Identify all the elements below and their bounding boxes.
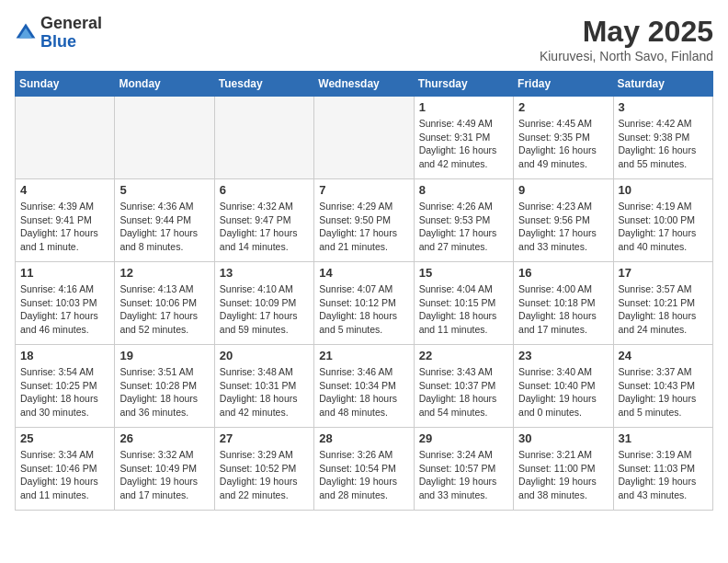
week-row-5: 25Sunrise: 3:34 AM Sunset: 10:46 PM Dayl…: [16, 428, 713, 511]
calendar-cell: 28Sunrise: 3:26 AM Sunset: 10:54 PM Dayl…: [314, 428, 414, 511]
day-info: Sunrise: 3:19 AM Sunset: 11:03 PM Daylig…: [619, 448, 708, 502]
calendar-cell: 27Sunrise: 3:29 AM Sunset: 10:52 PM Dayl…: [214, 428, 313, 511]
day-info: Sunrise: 3:46 AM Sunset: 10:34 PM Daylig…: [319, 365, 408, 419]
calendar-cell: 12Sunrise: 4:13 AM Sunset: 10:06 PM Dayl…: [115, 262, 214, 345]
calendar-cell: 31Sunrise: 3:19 AM Sunset: 11:03 PM Dayl…: [613, 428, 712, 511]
day-info: Sunrise: 4:10 AM Sunset: 10:09 PM Daylig…: [220, 282, 309, 337]
calendar-cell: 21Sunrise: 3:46 AM Sunset: 10:34 PM Dayl…: [314, 345, 414, 428]
calendar-cell: 3Sunrise: 4:42 AM Sunset: 9:38 PM Daylig…: [613, 97, 712, 179]
day-number: 25: [20, 431, 109, 445]
logo-general-text: General: [40, 14, 102, 32]
calendar-cell: 11Sunrise: 4:16 AM Sunset: 10:03 PM Dayl…: [16, 262, 115, 345]
calendar-cell: 15Sunrise: 4:04 AM Sunset: 10:15 PM Dayl…: [414, 262, 513, 345]
day-number: 27: [220, 431, 309, 445]
calendar-cell: 22Sunrise: 3:43 AM Sunset: 10:37 PM Dayl…: [414, 345, 513, 428]
week-row-3: 11Sunrise: 4:16 AM Sunset: 10:03 PM Dayl…: [16, 262, 713, 345]
calendar-cell: 13Sunrise: 4:10 AM Sunset: 10:09 PM Dayl…: [214, 262, 313, 345]
logo-blue-text: Blue: [40, 32, 76, 51]
day-number: 14: [319, 266, 408, 280]
title-block: May 2025 Kiuruvesi, North Savo, Finland: [540, 15, 713, 63]
day-info: Sunrise: 4:16 AM Sunset: 10:03 PM Daylig…: [20, 282, 109, 337]
week-row-1: 1Sunrise: 4:49 AM Sunset: 9:31 PM Daylig…: [16, 97, 713, 179]
page-header: General Blue May 2025 Kiuruvesi, North S…: [15, 15, 713, 63]
day-info: Sunrise: 4:26 AM Sunset: 9:53 PM Dayligh…: [419, 200, 508, 254]
day-info: Sunrise: 3:43 AM Sunset: 10:37 PM Daylig…: [419, 365, 508, 419]
calendar-cell: 6Sunrise: 4:32 AM Sunset: 9:47 PM Daylig…: [214, 179, 313, 262]
calendar-cell: 24Sunrise: 3:37 AM Sunset: 10:43 PM Dayl…: [613, 345, 712, 428]
day-info: Sunrise: 4:42 AM Sunset: 9:38 PM Dayligh…: [619, 117, 708, 171]
day-number: 12: [119, 266, 209, 280]
calendar-cell: [214, 97, 313, 179]
day-number: 19: [119, 349, 209, 362]
calendar-cell: 5Sunrise: 4:36 AM Sunset: 9:44 PM Daylig…: [115, 179, 214, 262]
day-number: 13: [220, 266, 309, 280]
day-info: Sunrise: 4:49 AM Sunset: 9:31 PM Dayligh…: [419, 117, 508, 171]
day-info: Sunrise: 4:13 AM Sunset: 10:06 PM Daylig…: [119, 282, 209, 337]
day-number: 1: [419, 100, 508, 114]
month-title: May 2025: [540, 15, 713, 49]
day-info: Sunrise: 3:32 AM Sunset: 10:49 PM Daylig…: [119, 448, 209, 502]
weekday-header-saturday: Saturday: [613, 72, 712, 97]
day-info: Sunrise: 4:32 AM Sunset: 9:47 PM Dayligh…: [220, 200, 309, 254]
day-info: Sunrise: 4:45 AM Sunset: 9:35 PM Dayligh…: [518, 117, 608, 171]
week-row-4: 18Sunrise: 3:54 AM Sunset: 10:25 PM Dayl…: [16, 345, 713, 428]
calendar-cell: 17Sunrise: 3:57 AM Sunset: 10:21 PM Dayl…: [613, 262, 712, 345]
day-number: 28: [319, 431, 408, 445]
logo-icon: [15, 22, 37, 44]
calendar-cell: [115, 97, 214, 179]
day-number: 29: [419, 431, 508, 445]
day-info: Sunrise: 4:36 AM Sunset: 9:44 PM Dayligh…: [119, 200, 209, 254]
weekday-header-wednesday: Wednesday: [314, 72, 414, 97]
day-number: 4: [20, 183, 109, 197]
day-info: Sunrise: 3:29 AM Sunset: 10:52 PM Daylig…: [220, 448, 309, 502]
calendar-cell: 9Sunrise: 4:23 AM Sunset: 9:56 PM Daylig…: [514, 179, 613, 262]
day-number: 10: [619, 183, 708, 197]
calendar-cell: 2Sunrise: 4:45 AM Sunset: 9:35 PM Daylig…: [514, 97, 613, 179]
week-row-2: 4Sunrise: 4:39 AM Sunset: 9:41 PM Daylig…: [16, 179, 713, 262]
day-number: 20: [220, 349, 309, 362]
calendar-table: SundayMondayTuesdayWednesdayThursdayFrid…: [15, 71, 713, 511]
day-info: Sunrise: 3:40 AM Sunset: 10:40 PM Daylig…: [518, 365, 608, 419]
calendar-cell: 7Sunrise: 4:29 AM Sunset: 9:50 PM Daylig…: [314, 179, 414, 262]
day-number: 24: [619, 349, 708, 362]
day-info: Sunrise: 3:21 AM Sunset: 11:00 PM Daylig…: [518, 448, 608, 502]
calendar-cell: 18Sunrise: 3:54 AM Sunset: 10:25 PM Dayl…: [16, 345, 115, 428]
calendar-cell: 26Sunrise: 3:32 AM Sunset: 10:49 PM Dayl…: [115, 428, 214, 511]
day-info: Sunrise: 4:00 AM Sunset: 10:18 PM Daylig…: [518, 282, 608, 337]
day-number: 6: [220, 183, 309, 197]
day-number: 5: [119, 183, 209, 197]
weekday-header-row: SundayMondayTuesdayWednesdayThursdayFrid…: [16, 72, 713, 97]
calendar-cell: 19Sunrise: 3:51 AM Sunset: 10:28 PM Dayl…: [115, 345, 214, 428]
day-number: 11: [20, 266, 109, 280]
calendar-cell: 1Sunrise: 4:49 AM Sunset: 9:31 PM Daylig…: [414, 97, 513, 179]
day-info: Sunrise: 4:04 AM Sunset: 10:15 PM Daylig…: [419, 282, 508, 337]
weekday-header-sunday: Sunday: [16, 72, 115, 97]
day-number: 21: [319, 349, 408, 362]
calendar-cell: 20Sunrise: 3:48 AM Sunset: 10:31 PM Dayl…: [214, 345, 313, 428]
day-number: 7: [319, 183, 408, 197]
day-number: 18: [20, 349, 109, 362]
calendar-cell: 23Sunrise: 3:40 AM Sunset: 10:40 PM Dayl…: [514, 345, 613, 428]
day-info: Sunrise: 4:39 AM Sunset: 9:41 PM Dayligh…: [20, 200, 109, 254]
day-info: Sunrise: 3:34 AM Sunset: 10:46 PM Daylig…: [20, 448, 109, 502]
day-number: 2: [518, 100, 608, 114]
calendar-cell: 10Sunrise: 4:19 AM Sunset: 10:00 PM Dayl…: [613, 179, 712, 262]
calendar-cell: 30Sunrise: 3:21 AM Sunset: 11:00 PM Dayl…: [514, 428, 613, 511]
day-number: 30: [518, 431, 608, 445]
weekday-header-tuesday: Tuesday: [214, 72, 313, 97]
weekday-header-thursday: Thursday: [414, 72, 513, 97]
day-number: 16: [518, 266, 608, 280]
weekday-header-monday: Monday: [115, 72, 214, 97]
day-info: Sunrise: 3:51 AM Sunset: 10:28 PM Daylig…: [119, 365, 209, 419]
day-info: Sunrise: 3:24 AM Sunset: 10:57 PM Daylig…: [419, 448, 508, 502]
day-number: 26: [119, 431, 209, 445]
calendar-cell: 29Sunrise: 3:24 AM Sunset: 10:57 PM Dayl…: [414, 428, 513, 511]
calendar-cell: 16Sunrise: 4:00 AM Sunset: 10:18 PM Dayl…: [514, 262, 613, 345]
day-info: Sunrise: 3:57 AM Sunset: 10:21 PM Daylig…: [619, 282, 708, 337]
day-info: Sunrise: 4:23 AM Sunset: 9:56 PM Dayligh…: [518, 200, 608, 254]
location-subtitle: Kiuruvesi, North Savo, Finland: [540, 49, 713, 63]
day-info: Sunrise: 3:54 AM Sunset: 10:25 PM Daylig…: [20, 365, 109, 419]
calendar-cell: [314, 97, 414, 179]
day-number: 3: [619, 100, 708, 114]
weekday-header-friday: Friday: [514, 72, 613, 97]
